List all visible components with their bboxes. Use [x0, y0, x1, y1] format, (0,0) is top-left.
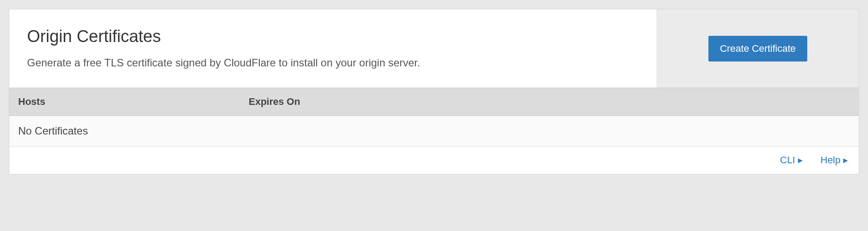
card-title: Origin Certificates — [27, 27, 639, 46]
card-footer: CLI ▶ Help ▶ — [9, 146, 859, 174]
card-header: Origin Certificates Generate a free TLS … — [9, 9, 859, 88]
card-description: Generate a free TLS certificate signed b… — [27, 57, 639, 69]
help-link-label: Help — [821, 154, 841, 166]
column-header-expires-on: Expires On — [249, 96, 850, 108]
card-header-actions: Create Certificate — [657, 9, 859, 88]
certificates-table-header: Hosts Expires On — [9, 88, 859, 116]
cli-link[interactable]: CLI ▶ — [780, 154, 803, 166]
certificates-empty-row: No Certificates — [9, 116, 859, 146]
chevron-right-icon: ▶ — [843, 157, 848, 164]
cli-link-label: CLI — [780, 154, 795, 166]
card-header-info: Origin Certificates Generate a free TLS … — [9, 9, 657, 88]
help-link[interactable]: Help ▶ — [821, 154, 848, 166]
chevron-right-icon: ▶ — [798, 157, 803, 164]
create-certificate-button[interactable]: Create Certificate — [708, 36, 807, 62]
origin-certificates-card: Origin Certificates Generate a free TLS … — [9, 9, 859, 174]
column-header-hosts: Hosts — [18, 96, 249, 108]
